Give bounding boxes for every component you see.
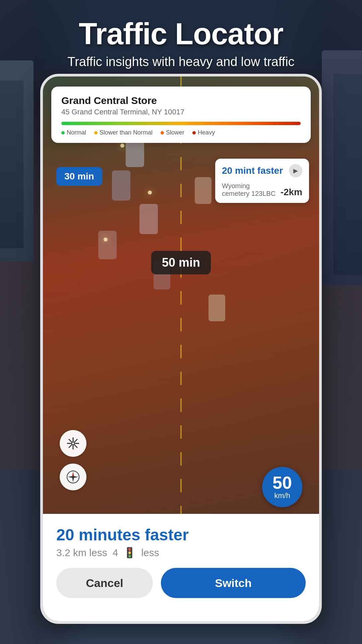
car-3 [139,204,158,234]
legend-dot-slower-normal [94,131,98,135]
legend-dot-normal [61,131,65,135]
car-2 [112,170,130,201]
switch-button[interactable]: Switch [161,568,306,598]
bottom-panel: 20 minutes faster 3.2 km less 4 🚦 less C… [43,514,319,621]
legend-label-slower: Slower [166,129,184,136]
traffic-legend: Normal Slower than Normal Slower Heavy [61,129,301,136]
store-address: 45 Grand Central Terminal, NY 10017 [61,108,301,116]
svg-point-10 [72,442,74,445]
play-button[interactable]: ▶ [289,164,302,177]
building-right-2 [334,74,362,275]
star-button[interactable] [60,430,86,457]
legend-label-normal: Normal [67,129,86,136]
svg-point-5 [72,476,74,478]
legend-label-heavy: Heavy [198,129,215,136]
car-7 [208,294,225,321]
legend-heavy: Heavy [192,129,215,136]
car-4 [195,177,212,204]
traffic-light-icon: 🚦 [123,547,136,558]
legend-label-slower-normal: Slower than Normal [100,129,153,136]
legend-slower-normal: Slower than Normal [94,129,153,136]
legend-dot-slower [161,131,164,135]
subtitle-light-count: 4 [113,547,118,558]
badge-30min: 30 min [56,167,102,186]
headlight-2 [148,191,152,195]
faster-popup: 20 mint faster ▶ Wyomingcemetery 123LBC … [215,159,309,203]
legend-slower: Slower [161,129,184,136]
compass-icon [66,470,80,484]
phone-mockup: Grand Central Store 45 Grand Central Ter… [40,74,322,624]
app-subtitle: Traffic insights with heavy and low traf… [0,55,362,69]
bottom-title: 20 minutes faster [56,526,306,544]
popup-distance: -2km [281,187,302,198]
bottom-subtitle: 3.2 km less 4 🚦 less [56,547,306,558]
traffic-info-card: Grand Central Store 45 Grand Central Ter… [51,87,311,143]
speed-badge: 50 km/h [262,467,302,507]
play-icon: ▶ [293,167,298,174]
store-name: Grand Central Store [61,95,301,106]
app-title: Traffic Locator [0,17,362,51]
headlight-1 [120,144,124,148]
compass-button[interactable] [60,464,86,490]
popup-location: Wyomingcemetery 123LBC [222,182,276,198]
subtitle-suffix: less [141,547,159,558]
app-header: Traffic Locator Traffic insights with he… [0,0,362,69]
cancel-button[interactable]: Cancel [56,568,153,598]
speed-number: 50 [273,474,292,491]
faster-popup-header: 20 mint faster ▶ [222,164,302,177]
subtitle-distance: 3.2 km less [56,547,107,558]
building-left-2 [0,80,23,248]
car-5 [98,231,117,259]
phone-screen: Grand Central Store 45 Grand Central Ter… [43,76,319,621]
traffic-bar [61,122,301,125]
legend-normal: Normal [61,129,86,136]
popup-bottom: Wyomingcemetery 123LBC -2km [222,180,302,198]
traffic-bar-container: Normal Slower than Normal Slower Heavy [61,122,301,136]
bottom-actions: Cancel Switch [56,568,306,598]
faster-text: 20 mint faster [222,165,283,176]
speed-unit: km/h [274,491,290,500]
star-icon [66,436,80,450]
badge-50min: 50 min [151,251,211,274]
legend-dot-heavy [192,131,196,135]
